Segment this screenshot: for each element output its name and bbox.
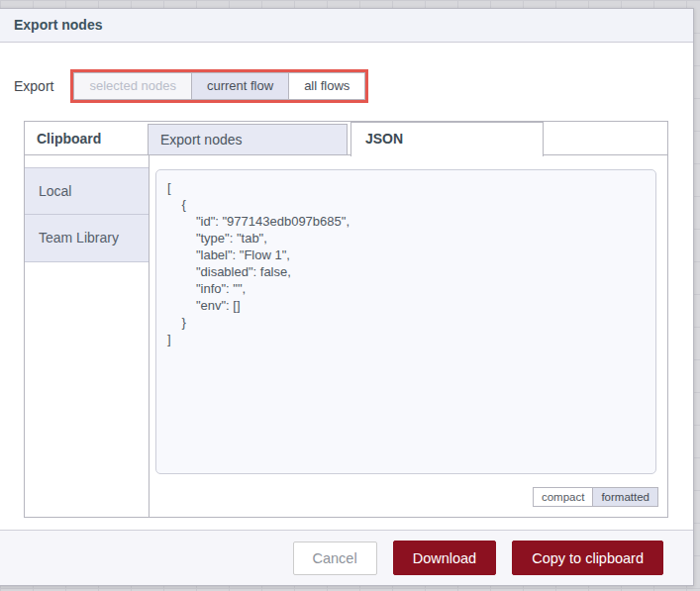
scope-selected-nodes-button[interactable]: selected nodes: [73, 72, 191, 100]
library-sidebar: Local Team Library: [25, 155, 150, 517]
json-editor-content[interactable]: [ { "id": "977143edb097b685", "type": "t…: [167, 179, 648, 347]
sidebar-item-team-library[interactable]: Team Library: [25, 215, 149, 262]
dialog-title: Export nodes: [0, 9, 693, 43]
tab-json[interactable]: JSON: [350, 122, 544, 156]
scope-all-flows-button[interactable]: all flows: [288, 72, 365, 100]
library-tab-row: Clipboard Export nodes JSON: [25, 122, 667, 155]
library-content: Local Team Library [ { "id": "977143edb0…: [25, 155, 667, 517]
tab-export-nodes[interactable]: Export nodes: [148, 124, 348, 155]
copy-to-clipboard-button[interactable]: Copy to clipboard: [512, 541, 663, 575]
scope-current-flow-button[interactable]: current flow: [191, 72, 289, 100]
cancel-button[interactable]: Cancel: [293, 542, 377, 575]
download-button[interactable]: Download: [393, 541, 497, 575]
formatted-button[interactable]: formatted: [592, 487, 658, 507]
json-editor[interactable]: [ { "id": "977143edb097b685", "type": "t…: [155, 169, 656, 474]
annotation-highlight-box: selected nodes current flow all flows: [70, 69, 368, 103]
sidebar-item-local[interactable]: Local: [25, 167, 149, 215]
clipboard-label: Clipboard: [37, 122, 101, 155]
export-library-panel: Clipboard Export nodes JSON Local Team L…: [24, 121, 668, 518]
format-toggle: compact formatted: [533, 487, 658, 507]
export-label: Export: [14, 78, 53, 94]
export-scope-row: Export selected nodes current flow all f…: [14, 69, 368, 103]
export-nodes-dialog: Export nodes Export selected nodes curre…: [0, 8, 694, 586]
compact-button[interactable]: compact: [533, 487, 593, 507]
dialog-footer: Cancel Download Copy to clipboard: [0, 530, 693, 585]
